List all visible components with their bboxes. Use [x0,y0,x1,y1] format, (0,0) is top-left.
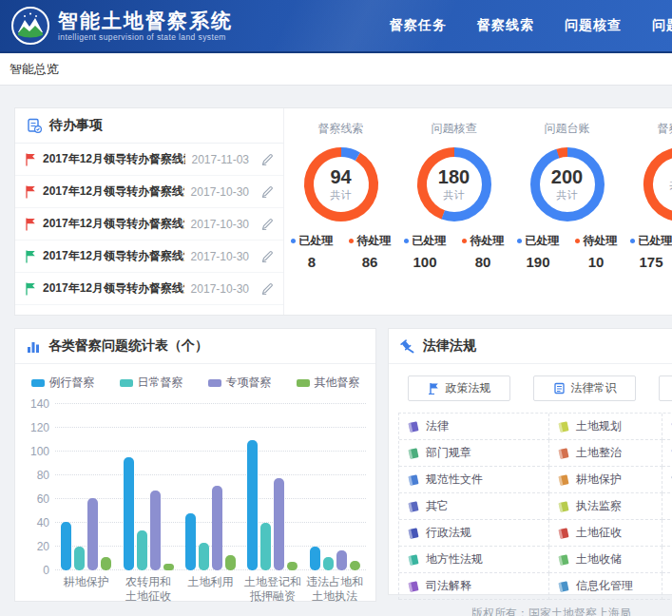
legend-label: 其他督察 [315,375,360,391]
nav-item-2[interactable]: 问题核查 [565,17,622,34]
law-link[interactable]: 信息化管理 [549,573,662,600]
bar[interactable] [61,522,71,570]
todo-item-date: 2017-11-03 [192,153,250,166]
donut-total: 180 [438,167,470,187]
todo-list: 2017年12月领导转办督察线索2017-11-032017年12月领导转办督察… [15,144,283,305]
donut-ring-wrap: 180共计 [413,144,495,225]
todo-item[interactable]: 2017年12月领导转办督察线索2017-10-30 [15,273,283,305]
bar[interactable] [336,550,347,570]
law-link[interactable]: 行政法规 [399,520,549,547]
law-tab-1[interactable]: 法律常识 [533,375,636,401]
edit-icon[interactable] [261,250,274,262]
law-link[interactable]: 法律 [399,414,549,440]
donut-stat-done: 已处理190 [517,233,560,270]
nav-item-0[interactable]: 督察任务 [390,17,447,34]
bar[interactable] [247,440,258,571]
bar[interactable] [225,555,236,570]
law-link-label: 其它 [426,498,449,514]
todo-item[interactable]: 2017年12月领导转办督察线索2017-10-30 [15,176,283,208]
law-link[interactable]: 执法监察 [549,493,662,520]
policy-flag-icon [428,382,440,395]
bar[interactable] [74,547,85,570]
book-icon [557,553,570,567]
law-link-label: 执法监察 [576,498,622,514]
bar[interactable] [150,491,161,570]
edit-button[interactable] [261,153,274,165]
donut-legend-label: 待处理 [470,233,505,249]
bar[interactable] [101,557,111,570]
bar[interactable] [287,562,298,570]
law-tab-2[interactable] [659,375,672,401]
app-logo-icon [11,7,49,45]
law-link[interactable]: 土地收储 [549,547,662,573]
legend-label: 日常督察 [138,375,183,391]
donut-stat-done: 已处理175 [630,233,672,270]
todo-item-date: 2017-10-30 [191,218,249,231]
law-link-label: 信息化管理 [576,578,633,594]
law-link[interactable]: 土地整治 [549,440,662,467]
bar[interactable] [260,523,271,570]
bar[interactable] [310,547,320,570]
law-link-label: 部门规章 [426,445,471,461]
law-link[interactable]: 地方性法规 [399,547,549,573]
law-link[interactable]: 土地规划 [549,414,662,440]
category-label: 违法占地和土地执法 [304,575,366,604]
law-link[interactable]: 耕地保护 [549,467,662,493]
bar-group-1 [117,457,179,570]
legend-item-1[interactable]: 日常督察 [120,375,183,391]
edit-icon[interactable] [261,282,274,295]
edit-icon[interactable] [261,218,274,230]
law-cell-empty [662,573,672,600]
todo-item-date: 2017-10-30 [191,185,249,199]
donut-ring-wrap: 200共计 [527,144,608,225]
todo-item[interactable]: 2017年12月领导转办督察线索2017-10-30 [15,208,283,241]
app-subtitle: intelligent supervision of state land sy… [58,32,233,42]
law-link[interactable]: 其它 [399,493,549,520]
law-tab-0[interactable]: 政策法规 [408,375,510,401]
edit-button[interactable] [261,218,274,230]
law-link-label: 司法解释 [426,578,471,594]
donut-stat-pending: 待处理86 [349,233,392,270]
todo-item[interactable]: 2017年12月领导转办督察线索2017-11-03 [15,144,283,176]
edit-icon[interactable] [261,153,274,165]
donut-legend-pending: 待处理 [462,233,505,249]
donut-stat-pending: 待处理80 [462,233,505,270]
donut-legend-label: 待处理 [584,233,618,249]
donut-row: 督察线索94共计已处理8待处理86问题核查180共计已处理100待处理80问题台… [284,108,672,315]
bar[interactable] [87,498,98,570]
bar[interactable] [185,513,196,570]
bar[interactable] [323,557,334,570]
legend-item-0[interactable]: 例行督察 [31,375,95,391]
edit-button[interactable] [261,282,274,295]
bar[interactable] [124,457,134,570]
bar[interactable] [163,564,174,571]
bar[interactable] [274,478,284,571]
book-icon [407,527,420,540]
nav-item-3[interactable]: 问题台账 [652,17,672,34]
brand-text: 智能土地督察系统 intelligent supervision of stat… [58,10,233,42]
edit-button[interactable] [261,185,274,198]
todo-item[interactable]: 2017年12月领导转办督察线索2017-10-30 [15,241,283,273]
donut-stats: 已处理8待处理86 [284,233,397,270]
edit-icon[interactable] [261,185,274,198]
legend-item-3[interactable]: 其他督察 [297,375,360,391]
bar[interactable] [137,530,147,571]
nav-item-1[interactable]: 督察线索 [477,17,534,34]
law-link-label: 行政法规 [426,525,471,541]
law-link[interactable]: 司法解释 [399,573,549,600]
law-link[interactable]: 部门规章 [399,440,549,467]
law-link[interactable]: 土地征收 [549,520,662,547]
bar[interactable] [199,543,209,570]
donut-stat-value: 8 [291,254,334,270]
law-link [662,440,672,467]
law-link-label: 地方性法规 [426,551,483,568]
pending-dot-icon [575,239,580,243]
law-link[interactable]: 规范性文件 [399,467,549,493]
law-cell-empty [662,493,672,520]
flag-icon [25,153,36,166]
legend-item-2[interactable]: 专项督察 [208,375,272,391]
bar[interactable] [350,561,360,570]
book-icon [557,473,570,487]
bar[interactable] [212,486,222,570]
edit-button[interactable] [261,250,274,262]
